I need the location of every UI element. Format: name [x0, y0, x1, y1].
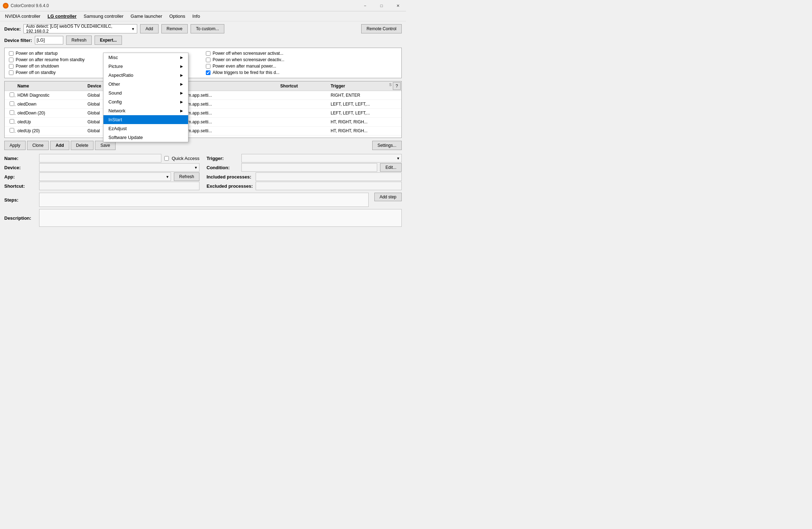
col-check [7, 83, 15, 89]
cb-power-off-screensaver[interactable] [206, 51, 210, 56]
menu-lg[interactable]: LG controller [44, 12, 80, 20]
remote-control-button[interactable]: Remote Control [361, 24, 402, 33]
form-section: Name: Quick Access Device: ▼ App: ▼ [4, 154, 402, 191]
cb-power-off-standby-label: Power off on standby [16, 70, 56, 75]
menu-nvidia[interactable]: NVIDIA controller [1, 12, 44, 20]
trigger-row: Trigger: ▼ [207, 154, 402, 163]
cb-power-manual[interactable] [206, 64, 210, 69]
steps-textarea[interactable] [39, 193, 369, 207]
menu-ezadjust[interactable]: EzAdjust [103, 124, 188, 133]
apply-button[interactable]: Apply [4, 141, 26, 150]
delete-button[interactable]: Delete [71, 141, 94, 150]
condition-input[interactable] [241, 163, 377, 172]
checkbox-power-off-screensaver: Power off when screensaver activat... [206, 51, 397, 56]
trigger-select[interactable]: ▼ [241, 154, 402, 162]
col-name: Name [15, 83, 85, 89]
filter-label: Device filter: [4, 38, 32, 43]
menu-aspectratio[interactable]: AspectRatio ▶ [103, 71, 188, 80]
refresh-button[interactable]: Refresh [66, 36, 92, 45]
cb-power-off-shutdown-label: Power off on shutdown [16, 64, 59, 69]
remove-button[interactable]: Remove [161, 24, 188, 33]
device-label: Device: [4, 26, 21, 32]
menu-aspectratio-label: AspectRatio [108, 73, 133, 78]
app-row: App: ▼ Refresh [4, 172, 199, 181]
name-label: Name: [4, 156, 36, 161]
menu-picture[interactable]: Picture ▶ [103, 62, 188, 71]
condition-label: Condition: [207, 165, 239, 170]
filter-row: Device filter: Refresh Expert... [4, 36, 402, 45]
menu-network[interactable]: Network ▶ [103, 106, 188, 115]
menu-config[interactable]: Config ▶ [103, 97, 188, 106]
settings-button[interactable]: Settings... [372, 141, 402, 150]
quick-access-label: Quick Access [172, 156, 199, 161]
table-row[interactable]: HDMI Diagnostic Global Einstellungen (co… [5, 91, 401, 100]
table-row[interactable]: oledDown (20) Global Einstellungen (com.… [5, 109, 401, 118]
minimize-button[interactable]: − [357, 0, 373, 11]
app-icon [3, 3, 9, 9]
menu-samsung[interactable]: Samsung controller [80, 12, 127, 20]
menu-softwareupdate[interactable]: Software Update [103, 133, 188, 142]
close-button[interactable]: ✕ [390, 0, 406, 11]
scroll-indicator: S [389, 83, 392, 87]
device-form-select[interactable]: ▼ [39, 163, 199, 172]
menu-instart-label: InStart [108, 117, 122, 122]
help-button[interactable]: ? [393, 82, 401, 90]
add-step-button[interactable]: Add step [374, 193, 402, 201]
cb-power-on-startup-label: Power on after startup [16, 51, 58, 56]
table-row[interactable]: oledUp (20) Global Einstellungen (com.pa… [5, 127, 401, 135]
menu-options[interactable]: Options [166, 12, 189, 20]
shortcut-row: Shortcut: [4, 181, 199, 191]
form-left: Name: Quick Access Device: ▼ App: ▼ [4, 154, 199, 191]
action-row: Apply Clone Add Delete Save Settings... [4, 141, 402, 150]
arrow-icon: ▶ [180, 73, 183, 77]
quick-access-checkbox[interactable] [164, 156, 169, 161]
arrow-icon: ▶ [180, 100, 183, 104]
menu-misc[interactable]: Misc ▶ [103, 53, 188, 62]
clone-button[interactable]: Clone [27, 141, 49, 150]
cb-power-on-resume[interactable] [9, 58, 14, 62]
cb-power-on-screensaver[interactable] [206, 58, 210, 62]
steps-row: Steps: Add step [4, 193, 402, 207]
table-row[interactable]: oledDown Global Einstellungen (com.palm.… [5, 100, 401, 109]
shortcut-label: Shortcut: [4, 183, 36, 189]
expert-button[interactable]: Expert... [95, 36, 122, 45]
description-textarea[interactable] [39, 209, 402, 227]
col-shortcut: Shortcut [278, 83, 328, 89]
edit-button[interactable]: Edit... [380, 163, 402, 172]
menu-other[interactable]: Other ▶ [103, 80, 188, 89]
steps-label: Steps: [4, 197, 36, 203]
menu-other-label: Other [108, 81, 120, 87]
menu-config-label: Config [108, 99, 122, 105]
filter-input[interactable] [35, 36, 63, 44]
table-header: Name Device App Shortcut Trigger [5, 81, 401, 91]
form-right: Trigger: ▼ Condition: Edit... Included p… [207, 154, 402, 191]
chevron-down-icon: ▼ [396, 156, 400, 160]
context-menu: Misc ▶ Picture ▶ AspectRatio ▶ Other ▶ S… [103, 53, 188, 142]
table-row[interactable]: oledUp Global Einstellungen (com.palm.ap… [5, 118, 401, 127]
to-custom-button[interactable]: To custom... [191, 24, 224, 33]
cb-allow-triggers[interactable] [206, 70, 210, 75]
device-select[interactable]: Auto detect: [LG] webOS TV OLED48CX8LC, … [23, 24, 137, 33]
maximize-button[interactable]: □ [373, 0, 390, 11]
excluded-input[interactable] [256, 182, 402, 190]
app-select[interactable]: ▼ [39, 172, 171, 181]
menu-instart[interactable]: InStart [103, 115, 188, 124]
menu-gamelauncher[interactable]: Game launcher [127, 12, 166, 20]
excluded-row: Excluded processes: [207, 181, 402, 191]
condition-row: Condition: Edit... [207, 163, 402, 172]
included-input[interactable] [256, 172, 402, 181]
app-refresh-button[interactable]: Refresh [174, 172, 199, 181]
shortcut-input[interactable] [39, 182, 199, 190]
menu-softwareupdate-label: Software Update [108, 135, 143, 140]
add-button[interactable]: Add [140, 24, 158, 33]
name-input[interactable] [39, 154, 161, 162]
cb-power-on-startup[interactable] [9, 51, 14, 56]
menu-info[interactable]: Info [189, 12, 204, 20]
app-label: App: [4, 174, 36, 180]
cb-power-on-resume-label: Power on after resume from standby [16, 57, 85, 62]
cb-power-off-standby[interactable] [9, 70, 14, 75]
cb-power-off-shutdown[interactable] [9, 64, 14, 69]
menu-sound[interactable]: Sound ▶ [103, 89, 188, 97]
menu-sound-label: Sound [108, 90, 122, 96]
table-add-button[interactable]: Add [50, 141, 69, 150]
